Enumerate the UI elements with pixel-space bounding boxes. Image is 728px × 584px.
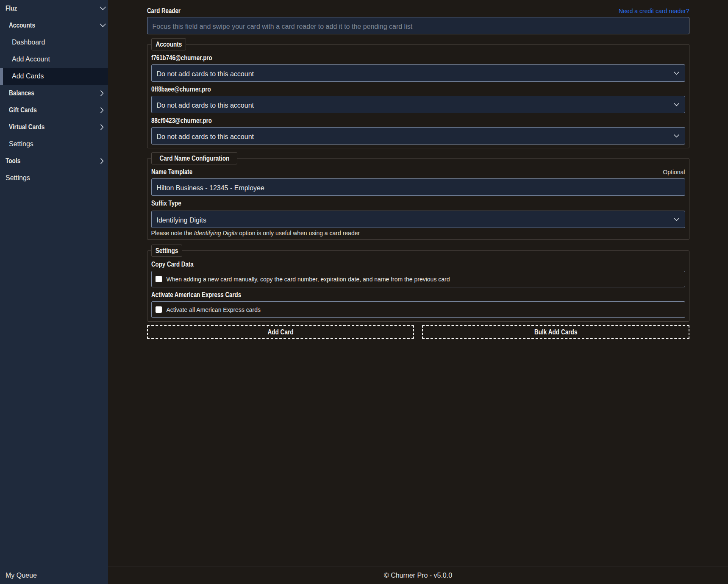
name-template-group: Name Template Optional <box>151 167 685 196</box>
chevron-right-icon <box>95 90 106 97</box>
accounts-fieldset: Accounts f761b746@churner.pro Do not add… <box>147 38 689 148</box>
account-select-1[interactable]: Do not add cards to this account <box>151 96 685 113</box>
sidebar-item-dashboard[interactable]: Dashboard <box>0 34 108 51</box>
amex-group: Activate American Express Cards Activate… <box>151 290 685 318</box>
sidebar-item-label: Tools <box>6 157 81 165</box>
sidebar-nav: Fluz Accounts Dashboard Add Account Add … <box>0 0 108 186</box>
suffix-help-text: Please note the Identifying Digits optio… <box>151 229 685 238</box>
footer-text: © Churner Pro - v5.0.0 <box>384 572 452 579</box>
account-email-label: 88cf0423@churner.pro <box>151 116 595 125</box>
amex-label: Activate American Express Cards <box>151 290 595 300</box>
sidebar-item-my-queue[interactable]: My Queue <box>0 567 108 584</box>
account-group: 0ff8baee@churner.pro Do not add cards to… <box>151 84 685 113</box>
accounts-legend: Accounts <box>151 38 186 50</box>
sidebar-item-label: Settings <box>9 140 106 148</box>
card-reader-input[interactable] <box>147 17 689 34</box>
suffix-type-label: Suffix Type <box>151 198 595 208</box>
account-group: 88cf0423@churner.pro Do not add cards to… <box>151 116 685 145</box>
sidebar-item-virtual-cards[interactable]: Virtual Cards <box>0 119 108 136</box>
main-content: Card Reader Need a credit card reader? A… <box>108 0 728 567</box>
action-buttons: Add Card Bulk Add Cards <box>147 325 689 339</box>
copy-card-data-text: When adding a new card manually, copy th… <box>167 276 450 283</box>
copy-card-data-group: Copy Card Data When adding a new card ma… <box>151 259 685 287</box>
amex-row: Activate all American Express cards <box>151 301 685 318</box>
chevron-down-icon <box>95 22 106 28</box>
card-name-legend: Card Name Configuration <box>151 152 238 164</box>
sidebar-item-add-account[interactable]: Add Account <box>0 51 108 68</box>
account-email-label: 0ff8baee@churner.pro <box>151 84 595 94</box>
amex-text: Activate all American Express cards <box>167 306 261 313</box>
settings-legend: Settings <box>151 245 182 257</box>
sidebar-item-settings[interactable]: Settings <box>0 170 108 186</box>
sidebar-item-label: Add Cards <box>12 72 106 80</box>
sidebar: Fluz Accounts Dashboard Add Account Add … <box>0 0 108 584</box>
account-email-label: f761b746@churner.pro <box>151 53 595 63</box>
card-name-fieldset: Card Name Configuration Name Template Op… <box>147 152 689 240</box>
account-select-0[interactable]: Do not add cards to this account <box>151 64 685 82</box>
sidebar-item-gift-cards[interactable]: Gift Cards <box>0 102 108 119</box>
amex-checkbox[interactable] <box>156 306 162 313</box>
name-template-input[interactable] <box>151 178 685 196</box>
bulk-add-cards-button[interactable]: Bulk Add Cards <box>422 325 689 339</box>
sidebar-item-label: Fluz <box>6 5 81 12</box>
sidebar-item-tools[interactable]: Tools <box>0 153 108 170</box>
sidebar-item-label: Virtual Cards <box>9 123 82 131</box>
main-area: Card Reader Need a credit card reader? A… <box>108 0 728 584</box>
footer: © Churner Pro - v5.0.0 <box>108 567 728 584</box>
chevron-down-icon <box>95 6 106 11</box>
sidebar-item-label: My Queue <box>6 572 106 579</box>
sidebar-item-label: Dashboard <box>12 39 106 46</box>
app-root: Fluz Accounts Dashboard Add Account Add … <box>0 0 728 584</box>
copy-card-data-checkbox[interactable] <box>156 276 162 282</box>
account-select-2[interactable]: Do not add cards to this account <box>151 127 685 145</box>
sidebar-item-add-cards[interactable]: Add Cards <box>0 68 108 85</box>
card-reader-header: Card Reader Need a credit card reader? <box>147 6 689 16</box>
settings-fieldset: Settings Copy Card Data When adding a ne… <box>147 245 689 322</box>
sidebar-item-fluz[interactable]: Fluz <box>0 0 108 17</box>
sidebar-item-label: Add Account <box>12 56 106 63</box>
sidebar-item-label: Balances <box>9 89 82 97</box>
suffix-type-group: Suffix Type Identifying Digits Please no… <box>151 198 685 238</box>
copy-card-data-row: When adding a new card manually, copy th… <box>151 271 685 287</box>
card-reader-label: Card Reader <box>147 6 181 16</box>
sidebar-item-balances[interactable]: Balances <box>0 85 108 102</box>
name-template-label: Name Template <box>151 167 192 177</box>
form-container: Card Reader Need a credit card reader? A… <box>147 6 689 339</box>
sidebar-item-label: Settings <box>6 174 106 182</box>
suffix-type-select[interactable]: Identifying Digits <box>151 211 685 228</box>
sidebar-item-label: Gift Cards <box>9 106 82 114</box>
optional-hint: Optional <box>663 168 685 177</box>
sidebar-item-label: Accounts <box>9 22 82 29</box>
sidebar-item-accounts[interactable]: Accounts <box>0 17 108 34</box>
sidebar-item-settings-accounts[interactable]: Settings <box>0 136 108 153</box>
add-card-button[interactable]: Add Card <box>147 325 414 339</box>
chevron-right-icon <box>95 107 106 114</box>
account-group: f761b746@churner.pro Do not add cards to… <box>151 53 685 82</box>
chevron-right-icon <box>95 124 106 131</box>
copy-card-data-label: Copy Card Data <box>151 259 595 269</box>
need-card-reader-link[interactable]: Need a credit card reader? <box>619 7 689 16</box>
chevron-right-icon <box>95 158 106 164</box>
